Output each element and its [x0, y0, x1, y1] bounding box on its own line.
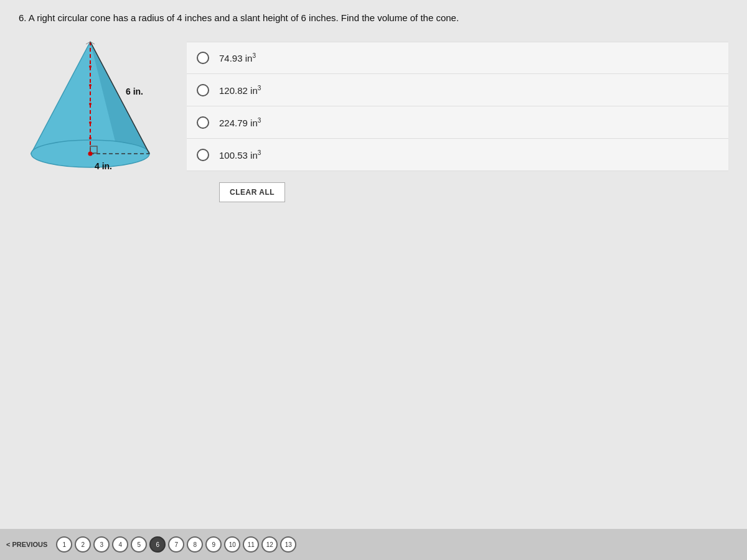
nav-page-1[interactable]: 1: [56, 536, 72, 553]
nav-page-2[interactable]: 2: [75, 536, 91, 553]
cone-diagram: 6 in. 4 in.: [19, 35, 162, 185]
nav-page-10[interactable]: 10: [224, 536, 240, 553]
nav-page-7[interactable]: 7: [168, 536, 184, 553]
nav-page-13[interactable]: 13: [280, 536, 296, 553]
nav-page-3[interactable]: 3: [93, 536, 110, 553]
radio-a[interactable]: [197, 52, 209, 64]
svg-point-13: [89, 84, 92, 86]
question-body: 6 in. 4 in. 74.93 in3 120.82 in3: [19, 35, 728, 202]
answer-label-a: 74.93 in3: [219, 52, 256, 63]
radio-b[interactable]: [197, 84, 209, 96]
nav-page-6[interactable]: 6: [149, 536, 166, 553]
answer-option-b[interactable]: 120.82 in3: [187, 74, 728, 106]
answer-label-c: 224.79 in3: [219, 117, 261, 128]
previous-button[interactable]: < PREVIOUS: [6, 541, 47, 548]
nav-page-8[interactable]: 8: [187, 536, 203, 553]
answer-label-b: 120.82 in3: [219, 85, 261, 96]
question-text: 6. A right circular cone has a radius of…: [19, 12, 728, 23]
nav-page-5[interactable]: 5: [131, 536, 147, 553]
svg-text:4 in.: 4 in.: [95, 161, 112, 171]
answer-label-d: 100.53 in3: [219, 149, 261, 161]
svg-text:6 in.: 6 in.: [126, 86, 143, 96]
clear-all-button[interactable]: CLEAR ALL: [219, 182, 285, 202]
radio-d[interactable]: [197, 149, 209, 161]
answer-option-d[interactable]: 100.53 in3: [187, 139, 728, 171]
nav-page-12[interactable]: 12: [261, 536, 278, 553]
radio-c[interactable]: [197, 116, 209, 129]
svg-point-14: [89, 103, 92, 105]
nav-page-4[interactable]: 4: [112, 536, 128, 553]
answer-option-c[interactable]: 224.79 in3: [187, 106, 728, 139]
nav-page-11[interactable]: 11: [243, 536, 259, 553]
nav-page-9[interactable]: 9: [205, 536, 222, 553]
svg-point-16: [89, 137, 92, 139]
answer-option-a[interactable]: 74.93 in3: [187, 42, 728, 74]
previous-label: < PREVIOUS: [6, 541, 47, 548]
main-content: 6. A right circular cone has a radius of…: [0, 0, 747, 529]
svg-point-6: [88, 152, 93, 156]
answer-options: 74.93 in3 120.82 in3 224.79 in3 100.53 i…: [187, 42, 728, 202]
svg-point-12: [89, 65, 92, 68]
bottom-navigation-bar: < PREVIOUS 1 2 3 4 5 6 7 8 9 10 11 12 13: [0, 529, 747, 560]
svg-point-15: [89, 121, 92, 124]
